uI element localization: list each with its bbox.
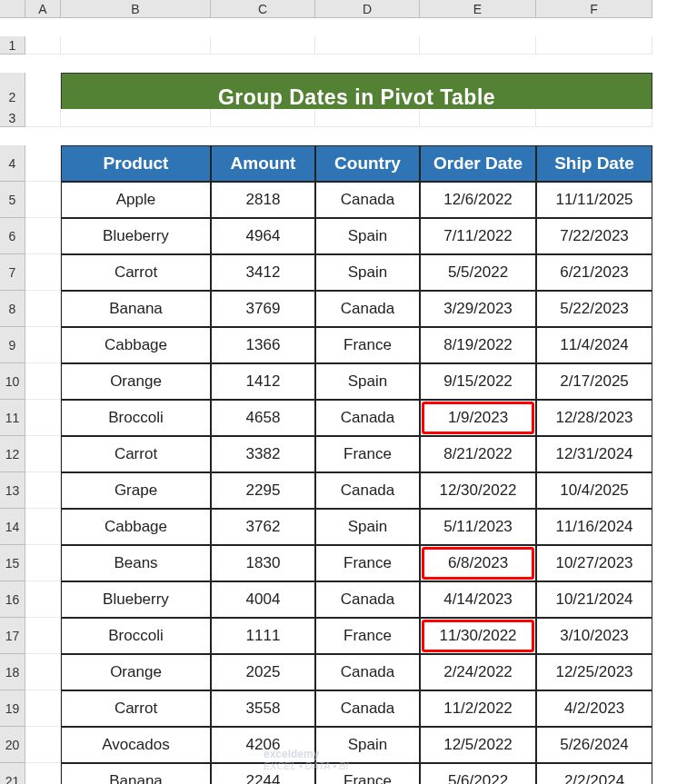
row-header-8[interactable]: 8 (0, 291, 25, 327)
data-cell[interactable]: Spain (315, 254, 420, 291)
data-cell[interactable]: 5/11/2023 (420, 509, 536, 545)
empty-cell[interactable] (25, 218, 61, 254)
row-header-17[interactable]: 17 (0, 618, 25, 654)
data-cell[interactable]: Grape (61, 472, 211, 509)
empty-cell[interactable] (420, 36, 536, 55)
row-header-19[interactable]: 19 (0, 690, 25, 727)
data-cell[interactable]: 2/24/2022 (420, 654, 536, 690)
empty-cell[interactable] (315, 36, 420, 55)
data-cell[interactable]: Spain (315, 218, 420, 254)
data-cell[interactable]: 3412 (211, 254, 315, 291)
data-cell[interactable]: Canada (315, 581, 420, 618)
data-cell[interactable]: 12/5/2022 (420, 727, 536, 763)
data-cell[interactable]: Cabbage (61, 509, 211, 545)
table-header-b[interactable]: Product (61, 145, 211, 182)
col-header-B[interactable]: B (61, 0, 211, 18)
data-cell[interactable]: 5/22/2023 (536, 291, 652, 327)
empty-cell[interactable] (25, 291, 61, 327)
empty-cell[interactable] (25, 472, 61, 509)
data-cell[interactable]: 1/9/2023 (420, 400, 536, 436)
corner-cell[interactable] (0, 0, 25, 18)
empty-cell[interactable] (61, 36, 211, 55)
data-cell[interactable]: Broccoli (61, 400, 211, 436)
data-cell[interactable]: 1111 (211, 618, 315, 654)
data-cell[interactable]: 8/21/2022 (420, 436, 536, 472)
row-header-9[interactable]: 9 (0, 327, 25, 363)
data-cell[interactable]: 2244 (211, 763, 315, 784)
data-cell[interactable]: Canada (315, 472, 420, 509)
data-cell[interactable]: 2/2/2024 (536, 763, 652, 784)
data-cell[interactable]: 3762 (211, 509, 315, 545)
empty-cell[interactable] (211, 109, 315, 127)
empty-cell[interactable] (315, 109, 420, 127)
data-cell[interactable]: Canada (315, 400, 420, 436)
row-header-3[interactable]: 3 (0, 109, 25, 127)
empty-cell[interactable] (536, 109, 652, 127)
empty-cell[interactable] (25, 654, 61, 690)
data-cell[interactable]: 4658 (211, 400, 315, 436)
data-cell[interactable]: 5/5/2022 (420, 254, 536, 291)
data-cell[interactable]: Spain (315, 363, 420, 400)
row-header-6[interactable]: 6 (0, 218, 25, 254)
data-cell[interactable]: 3382 (211, 436, 315, 472)
col-header-A[interactable]: A (25, 0, 61, 18)
data-cell[interactable]: Canada (315, 654, 420, 690)
data-cell[interactable]: 12/25/2023 (536, 654, 652, 690)
data-cell[interactable]: France (315, 618, 420, 654)
table-header-f[interactable]: Ship Date (536, 145, 652, 182)
empty-cell[interactable] (25, 363, 61, 400)
empty-cell[interactable] (25, 436, 61, 472)
data-cell[interactable]: 7/11/2022 (420, 218, 536, 254)
data-cell[interactable]: France (315, 327, 420, 363)
data-cell[interactable]: Carrot (61, 690, 211, 727)
data-cell[interactable]: Avocados (61, 727, 211, 763)
row-header-12[interactable]: 12 (0, 436, 25, 472)
data-cell[interactable]: Canada (315, 690, 420, 727)
row-header-7[interactable]: 7 (0, 254, 25, 291)
data-cell[interactable]: 11/30/2022 (420, 618, 536, 654)
data-cell[interactable]: 5/6/2022 (420, 763, 536, 784)
data-cell[interactable]: Orange (61, 654, 211, 690)
data-cell[interactable]: Banana (61, 763, 211, 784)
empty-cell[interactable] (420, 109, 536, 127)
empty-cell[interactable] (25, 618, 61, 654)
data-cell[interactable]: Spain (315, 509, 420, 545)
row-header-5[interactable]: 5 (0, 182, 25, 218)
data-cell[interactable]: 3/29/2023 (420, 291, 536, 327)
data-cell[interactable]: Orange (61, 363, 211, 400)
table-header-c[interactable]: Amount (211, 145, 315, 182)
empty-cell[interactable] (25, 763, 61, 784)
data-cell[interactable]: 3769 (211, 291, 315, 327)
data-cell[interactable]: 12/31/2024 (536, 436, 652, 472)
row-header-4[interactable]: 4 (0, 145, 25, 182)
empty-cell[interactable] (536, 36, 652, 55)
data-cell[interactable]: 5/26/2024 (536, 727, 652, 763)
empty-cell[interactable] (25, 690, 61, 727)
data-cell[interactable]: 2025 (211, 654, 315, 690)
col-header-D[interactable]: D (315, 0, 420, 18)
row-header-18[interactable]: 18 (0, 654, 25, 690)
row-header-16[interactable]: 16 (0, 581, 25, 618)
data-cell[interactable]: 3/10/2023 (536, 618, 652, 654)
data-cell[interactable]: 11/11/2025 (536, 182, 652, 218)
data-cell[interactable]: 10/21/2024 (536, 581, 652, 618)
empty-cell[interactable] (25, 581, 61, 618)
row-header-20[interactable]: 20 (0, 727, 25, 763)
empty-cell[interactable] (25, 727, 61, 763)
data-cell[interactable]: Blueberry (61, 218, 211, 254)
empty-cell[interactable] (25, 545, 61, 581)
row-header-10[interactable]: 10 (0, 363, 25, 400)
empty-cell[interactable] (25, 400, 61, 436)
data-cell[interactable]: 1366 (211, 327, 315, 363)
empty-cell[interactable] (25, 109, 61, 127)
data-cell[interactable]: France (315, 436, 420, 472)
data-cell[interactable]: 12/28/2023 (536, 400, 652, 436)
data-cell[interactable]: 8/19/2022 (420, 327, 536, 363)
data-cell[interactable]: 4964 (211, 218, 315, 254)
data-cell[interactable]: 1830 (211, 545, 315, 581)
data-cell[interactable]: Cabbage (61, 327, 211, 363)
data-cell[interactable]: Spain (315, 727, 420, 763)
data-cell[interactable]: 3558 (211, 690, 315, 727)
data-cell[interactable]: France (315, 763, 420, 784)
row-header-21[interactable]: 21 (0, 763, 25, 784)
